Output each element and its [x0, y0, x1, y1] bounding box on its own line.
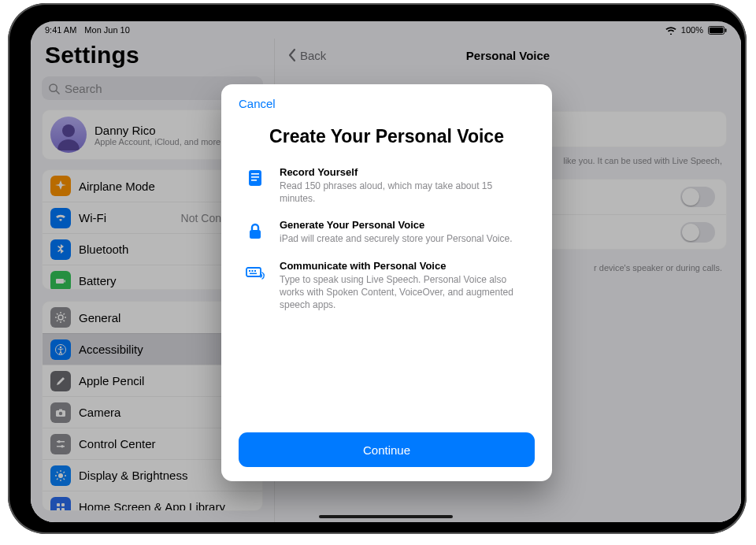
- svg-rect-37: [249, 270, 250, 272]
- svg-rect-38: [252, 270, 254, 272]
- svg-rect-35: [250, 230, 261, 239]
- modal-title: Create Your Personal Voice: [239, 126, 535, 147]
- bullet-body: iPad will create and securely store your…: [280, 232, 512, 245]
- bullet-body: Read 150 phrases aloud, which may take a…: [280, 180, 530, 205]
- svg-rect-32: [251, 173, 259, 175]
- home-indicator[interactable]: [319, 515, 453, 518]
- bullet-head: Communicate with Personal Voice: [280, 260, 530, 272]
- modal-bullet-record: Record Yourself Read 150 phrases aloud, …: [239, 166, 535, 205]
- create-voice-modal: Cancel Create Your Personal Voice Record…: [221, 84, 552, 481]
- cancel-button[interactable]: Cancel: [239, 97, 276, 110]
- lock-icon: [243, 221, 267, 245]
- modal-bullet-communicate: Communicate with Personal Voice Type to …: [239, 260, 535, 312]
- svg-rect-34: [251, 180, 257, 181]
- keyboard-wave-icon: [243, 261, 267, 312]
- script-icon: [243, 168, 267, 205]
- modal-bullet-generate: Generate Your Personal Voice iPad will c…: [239, 219, 535, 245]
- svg-rect-40: [250, 272, 257, 274]
- svg-rect-33: [251, 176, 259, 178]
- continue-button[interactable]: Continue: [239, 432, 535, 467]
- bullet-body: Type to speak using Live Speech. Persona…: [280, 273, 530, 312]
- svg-rect-31: [249, 170, 261, 186]
- bullet-head: Generate Your Personal Voice: [280, 219, 512, 231]
- svg-rect-39: [254, 270, 256, 272]
- svg-rect-36: [246, 268, 261, 276]
- bullet-head: Record Yourself: [280, 166, 530, 178]
- ipad-screen: 9:41 AM Mon Jun 10 100% Settings: [31, 21, 741, 522]
- device-frame: 9:41 AM Mon Jun 10 100% Settings: [8, 3, 747, 534]
